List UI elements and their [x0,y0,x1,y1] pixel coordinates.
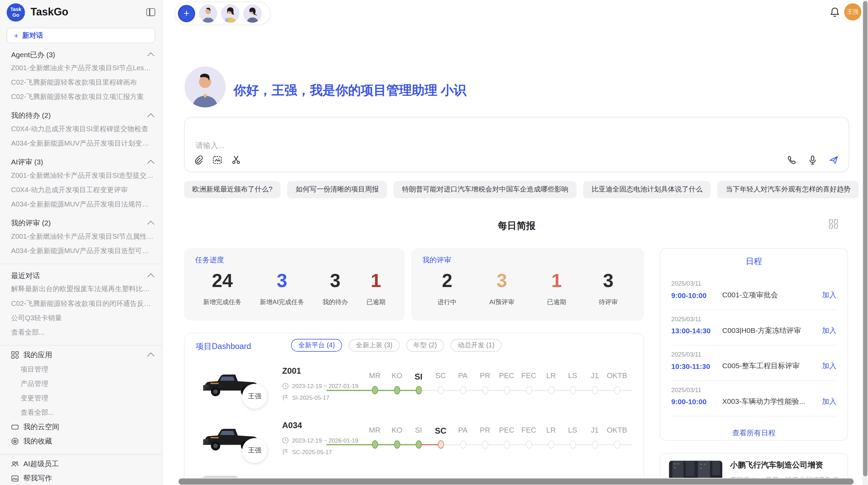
list-item[interactable]: 公司Q3轻卡销量 [0,311,162,325]
flag-icon [282,449,289,455]
milestone-label: SI [415,426,422,434]
milestone-node[interactable] [504,386,510,394]
milestone-node-done[interactable] [415,440,422,448]
list-item[interactable]: A034-全新新能源MUV产品开发项目造型可行性评审 [0,244,162,258]
join-link[interactable]: 加入 [822,397,836,407]
sidebar-item-ai-employee[interactable]: AI超级员工 [0,457,162,471]
list-item[interactable]: Z001-全新燃油皮卡产品开发项目SI节点Lesson Learn报告 [0,61,162,75]
chevron-up-icon[interactable] [147,221,155,228]
layout-grid-icon[interactable] [829,219,838,228]
suggestion-chip[interactable]: 特朗普可能对进口汽车增税会对中国车企造成哪些影响 [394,181,577,198]
milestone-node[interactable] [504,440,510,448]
sidebar-item-cloud-space[interactable]: 我的云空间 [0,420,162,434]
milestone-node[interactable] [460,440,466,448]
list-item[interactable]: Z001-全新燃油轻卡产品开发项目SI节点属性5D文件评审 [0,229,162,244]
tab-new-body[interactable]: 全新上装 (3) [349,339,400,352]
tab-powertrain[interactable]: 动总开发 (1) [451,339,502,352]
milestone-node-done[interactable] [394,440,400,448]
project-row[interactable]: 王强 A034 2023-12-19 ~ 2026-01-19 SC-2025-… [184,418,644,472]
milestone-label: PA [458,372,468,380]
section-recent-chats[interactable]: 最近对话 [11,271,154,281]
list-item[interactable]: C0X4-动力总成开发项目工程变更评审 [0,183,162,197]
milestone-node[interactable] [592,386,598,394]
list-item[interactable]: 解释最新出台的欧盟报废车法规再生塑料比例被调至15%... [0,282,162,296]
sidebar-collapse-icon[interactable] [146,8,155,16]
milestone-node[interactable] [592,440,598,448]
section-my-review[interactable]: 我的评审 (2) [11,218,154,228]
milestone-label: LR [546,372,556,380]
milestone-node[interactable] [614,440,620,448]
list-item[interactable]: C02-飞腾新能源轻客改款项目的闭环通告反馈情况 [0,296,162,311]
milestone-label: LS [568,426,577,434]
suggestion-chip[interactable]: 当下年轻人对汽车外观有怎样的喜好趋势 [718,181,859,198]
user-avatar[interactable]: 王强 [844,3,861,21]
notification-bell-icon[interactable] [830,7,840,17]
milestone-node-done[interactable] [415,386,422,394]
milestone-node-done[interactable] [372,440,378,448]
project-row[interactable]: 王强 Z001 2023-12-19 ~ 2027-01-19 SI-2025-… [184,364,644,418]
chevron-up-icon[interactable] [147,352,155,359]
chevron-up-icon[interactable] [147,160,155,167]
milestone-node[interactable] [460,386,466,394]
suggestion-chip[interactable]: 比亚迪全固态电池计划具体说了什么 [583,181,711,198]
avatar[interactable] [221,4,239,22]
section-my-todo[interactable]: 我的待办 (2) [11,111,154,121]
milestone-node[interactable] [526,440,532,448]
list-item[interactable]: C02-飞腾新能源轻客改款项目立项汇报方案 [0,90,162,104]
chevron-up-icon[interactable] [147,52,155,59]
vertical-scrollbar[interactable] [863,0,868,485]
sidebar-item-my-apps[interactable]: 我的应用 [0,348,162,362]
section-ai-review[interactable]: AI评审 (3) [11,157,154,167]
view-all-schedule-link[interactable]: 查看所有日程 [660,428,848,438]
sidebar-item-help-write[interactable]: 帮我写作 [0,471,162,485]
suggestion-chip[interactable]: 如何写一份清晰的项目周报 [287,181,387,198]
join-link[interactable]: 加入 [822,290,836,300]
milestone-node-overdue[interactable] [438,440,444,448]
attach-icon[interactable] [193,155,203,165]
view-all-apps-link[interactable]: 查看全部... [0,406,162,420]
suggestion-chip[interactable]: 欧洲新规最近颁布了什么? [184,181,281,198]
phone-icon[interactable] [786,155,796,165]
sidebar-item-project-mgmt[interactable]: 项目管理 [0,362,162,376]
horizontal-scrollbar[interactable] [177,478,857,485]
list-item[interactable]: C0X4-动力总成开发项目SI里程碑提交物检查 [0,122,162,136]
milestone-node[interactable] [482,440,488,448]
chevron-up-icon[interactable] [147,273,155,280]
section-agent-done[interactable]: Agent已办 (3) [11,50,154,60]
milestone-node[interactable] [548,386,554,394]
join-link[interactable]: 加入 [822,361,836,371]
list-item[interactable]: Z001-全新燃油轻卡产品开发项目SI造型提交物评审 [0,169,162,183]
chevron-up-icon[interactable] [147,113,155,120]
avatar[interactable] [199,4,217,22]
scissors-icon[interactable] [231,155,241,165]
list-item[interactable]: C02-飞腾新能源轻客改款项目里程碑画布 [0,75,162,90]
view-all-chats-link[interactable]: 查看全部... [0,325,162,339]
send-icon[interactable] [829,155,839,165]
horizontal-scrollbar-thumb[interactable] [179,478,854,485]
mic-icon[interactable] [808,155,818,165]
add-session-button[interactable]: + [178,5,195,22]
milestone-node[interactable] [614,386,620,394]
milestone-node-done[interactable] [372,386,378,394]
image-upload-icon[interactable] [212,155,222,165]
list-item[interactable]: A034-全新新能源MUV产品开发项目计划变更表编写 [0,136,162,151]
milestone-node[interactable] [548,440,554,448]
stat-value: 3 [599,269,618,291]
milestone-node[interactable] [569,386,576,394]
list-item[interactable]: A034-全新新能源MUV产品开发项目法规符合性评审 [0,197,162,212]
sidebar-item-product-mgmt[interactable]: 产品管理 [0,376,162,391]
milestone-node-done[interactable] [394,386,400,394]
sidebar-item-favorites[interactable]: 我的收藏 [0,434,162,449]
vertical-scrollbar-thumb[interactable] [863,1,868,476]
avatar[interactable] [243,4,262,22]
join-link[interactable]: 加入 [822,326,836,336]
milestone-node[interactable] [438,386,444,394]
chat-input[interactable]: 请输入... [184,117,849,172]
milestone-node[interactable] [482,386,488,394]
milestone-node[interactable] [569,440,576,448]
sidebar-item-change-mgmt[interactable]: 变更管理 [0,391,162,406]
tab-model-year[interactable]: 年型 (2) [406,339,444,352]
milestone-node[interactable] [526,386,532,394]
tab-new-platform[interactable]: 全新平台 (4) [291,339,342,352]
new-chat-button[interactable]: + 新对话 [7,28,155,43]
